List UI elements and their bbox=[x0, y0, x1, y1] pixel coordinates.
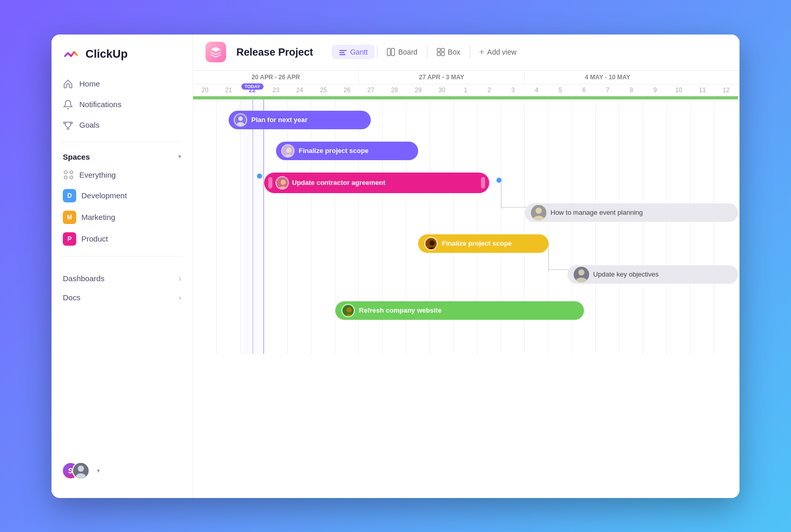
gantt-bar-event[interactable]: How to manage event planning bbox=[525, 203, 738, 222]
sidebar-item-marketing[interactable]: M Marketing bbox=[57, 207, 187, 228]
add-view-label: Add view bbox=[487, 48, 517, 56]
today-vertical-line bbox=[252, 99, 253, 354]
spaces-header[interactable]: Spaces ▾ bbox=[51, 148, 193, 165]
bell-icon bbox=[63, 99, 73, 110]
everything-icon bbox=[63, 169, 74, 181]
avatar-face-finalize2 bbox=[425, 238, 438, 250]
user-avatar-photo[interactable] bbox=[72, 462, 90, 479]
box-3d-icon bbox=[210, 46, 222, 58]
svg-rect-11 bbox=[437, 53, 440, 56]
sidebar-bottom-section: Dashboards › Docs › bbox=[51, 269, 193, 307]
avatar-face-finalize1 bbox=[282, 145, 295, 158]
nav-items: Home Notifications Goals bbox=[51, 74, 193, 135]
sidebar: ClickUp Home Notifications Goals Spaces … bbox=[51, 35, 193, 498]
main-header: Release Project Gantt bbox=[193, 35, 740, 71]
project-icon bbox=[205, 42, 226, 62]
spaces-chevron-icon: ▾ bbox=[178, 153, 181, 160]
connector-v1 bbox=[501, 183, 502, 209]
home-label: Home bbox=[79, 79, 100, 88]
add-view-button[interactable]: + Add view bbox=[472, 44, 524, 60]
sidebar-item-dashboards[interactable]: Dashboards › bbox=[57, 269, 187, 288]
user-menu-chevron-icon[interactable]: ▾ bbox=[97, 467, 100, 474]
sidebar-item-notifications[interactable]: Notifications bbox=[57, 94, 187, 115]
svg-rect-12 bbox=[441, 53, 444, 56]
user-avatars[interactable]: S bbox=[62, 462, 91, 479]
day-30: 30 bbox=[430, 84, 454, 96]
day-22-today: 22 TODAY bbox=[240, 84, 264, 96]
svg-rect-7 bbox=[387, 48, 390, 56]
project-title: Release Project bbox=[236, 46, 313, 58]
day-labels: 20 21 22 TODAY 23 24 25 26 27 28 29 30 1… bbox=[193, 84, 740, 96]
clickup-logo-icon bbox=[62, 45, 80, 63]
day-10: 10 bbox=[667, 84, 691, 96]
spaces-title: Spaces bbox=[63, 152, 90, 161]
everything-label: Everything bbox=[79, 170, 116, 179]
timeline-header: 20 APR - 26 APR 27 APR - 3 MAY 4 MAY - 1… bbox=[193, 71, 740, 96]
gantt-icon bbox=[339, 48, 347, 56]
sidebar-item-docs[interactable]: Docs › bbox=[57, 288, 187, 307]
avatar-face-objectives bbox=[574, 267, 589, 282]
day-29: 29 bbox=[406, 84, 430, 96]
bar-handle-left[interactable] bbox=[268, 177, 272, 188]
svg-point-2 bbox=[78, 466, 84, 472]
day-6: 6 bbox=[572, 84, 596, 96]
view-tabs: Gantt Board bbox=[332, 44, 524, 60]
dashboards-label: Dashboards bbox=[63, 274, 105, 283]
gantt-bar-refresh[interactable]: Refresh company website bbox=[335, 301, 584, 320]
sidebar-footer: S ▾ bbox=[51, 454, 193, 488]
marketing-label: Marketing bbox=[81, 213, 115, 221]
docs-chevron-icon: › bbox=[179, 293, 181, 302]
bar-label-refresh: Refresh company website bbox=[359, 306, 441, 314]
day-21: 21 bbox=[217, 84, 240, 96]
avatar-face-plan bbox=[235, 113, 246, 127]
tab-divider-3 bbox=[470, 46, 470, 58]
today-pill: TODAY bbox=[242, 83, 264, 90]
gantt-tab-label: Gantt bbox=[350, 48, 368, 56]
connector-v2 bbox=[548, 243, 549, 271]
svg-point-17 bbox=[286, 148, 291, 153]
day-4: 4 bbox=[525, 84, 548, 96]
tab-board[interactable]: Board bbox=[380, 45, 424, 59]
day-7: 7 bbox=[596, 84, 620, 96]
day-5: 5 bbox=[548, 84, 572, 96]
sidebar-item-development[interactable]: D Development bbox=[57, 185, 187, 207]
bar-label-event: How to manage event planning bbox=[551, 209, 643, 216]
avatar-face-contractor bbox=[277, 177, 289, 190]
bar-handle-right[interactable] bbox=[481, 177, 485, 188]
gantt-bar-objectives[interactable]: Update key objectives bbox=[568, 265, 738, 284]
gantt-bar-finalize1[interactable]: Finalize project scope bbox=[276, 142, 418, 160]
product-badge: P bbox=[63, 232, 76, 246]
app-name: ClickUp bbox=[85, 47, 128, 61]
gantt-bar-plan[interactable]: Plan for next year bbox=[229, 111, 371, 129]
sidebar-item-product[interactable]: P Product bbox=[57, 228, 187, 250]
day-24: 24 bbox=[288, 84, 312, 96]
dashboards-chevron-icon: › bbox=[179, 274, 181, 283]
sidebar-item-goals[interactable]: Goals bbox=[57, 115, 187, 135]
gantt-bar-contractor[interactable]: Update contractor agreement bbox=[264, 173, 489, 193]
bar-avatar-finalize1 bbox=[281, 144, 295, 158]
bar-label-contractor: Update contractor agreement bbox=[292, 179, 385, 186]
logo-area[interactable]: ClickUp bbox=[51, 45, 193, 74]
svg-point-29 bbox=[578, 269, 584, 276]
svg-rect-10 bbox=[441, 48, 444, 52]
day-20: 20 bbox=[193, 84, 217, 96]
week-label-3: 4 MAY - 10 MAY bbox=[525, 71, 691, 84]
day-9: 9 bbox=[643, 84, 667, 96]
board-icon bbox=[387, 48, 395, 56]
bar-avatar-finalize2 bbox=[424, 237, 438, 250]
day-1: 1 bbox=[454, 84, 477, 96]
bar-avatar-refresh bbox=[341, 304, 355, 317]
bar-label-finalize2: Finalize project scope bbox=[442, 239, 512, 247]
day-2: 2 bbox=[477, 84, 501, 96]
gantt-container[interactable]: 20 APR - 26 APR 27 APR - 3 MAY 4 MAY - 1… bbox=[193, 71, 740, 498]
day-27: 27 bbox=[359, 84, 383, 96]
home-icon bbox=[63, 79, 73, 89]
tab-box[interactable]: Box bbox=[429, 45, 468, 59]
gantt-grid: Plan for next year Finalize project scop… bbox=[193, 96, 738, 354]
gantt-body[interactable]: Plan for next year Finalize project scop… bbox=[193, 96, 740, 488]
bar-dot-left bbox=[257, 174, 262, 179]
sidebar-item-everything[interactable]: Everything bbox=[57, 165, 187, 185]
tab-gantt[interactable]: Gantt bbox=[332, 45, 375, 59]
sidebar-item-home[interactable]: Home bbox=[57, 74, 187, 94]
gantt-bar-finalize2[interactable]: Finalize project scope bbox=[418, 234, 548, 253]
